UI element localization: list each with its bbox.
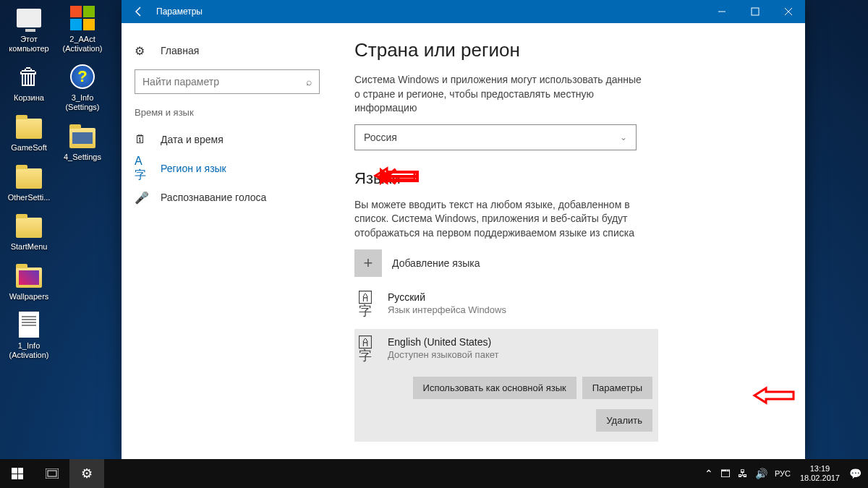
desktop-icon[interactable]: Этот компьютер (3, 4, 55, 53)
language-item-english-selected: 🄰字 English (United States) Доступен язык… (354, 329, 658, 442)
sidebar-item[interactable]: A字Регион и язык (122, 154, 333, 183)
task-view-button[interactable] (35, 459, 69, 488)
content-panel: Страна или регион Система Windows и прил… (333, 23, 805, 460)
desktop-icon[interactable]: 4_Settings (56, 122, 109, 162)
language-sub: Язык интерфейса Windows (388, 304, 506, 315)
add-language-label: Добавление языка (392, 257, 480, 269)
sidebar-item-icon: A字 (135, 155, 150, 183)
sidebar-item-icon: 🎤 (135, 191, 150, 205)
maximize-button[interactable] (739, 0, 772, 23)
language-item-english[interactable]: 🄰字 English (United States) Доступен язык… (354, 329, 658, 369)
desktop-icon[interactable]: GameSoft (3, 113, 55, 153)
back-button[interactable] (122, 0, 156, 23)
region-description: Система Windows и приложения могут испол… (354, 73, 644, 116)
desktop-icon[interactable]: OtherSetti... (3, 163, 55, 202)
desktop-icon-label: GameSoft (3, 143, 55, 153)
tray-time: 13:19 (810, 464, 830, 474)
sidebar-item-label: Регион и язык (161, 163, 226, 174)
window-title: Параметры (156, 7, 203, 17)
sidebar-item[interactable]: 🎤Распознавание голоса (122, 183, 333, 212)
taskbar: ⚙ ⌃ 🗔 🖧 🔊 РУС 13:19 18.02.2017 💬 (0, 459, 868, 488)
sidebar-item[interactable]: 🗓Дата и время (122, 125, 333, 154)
close-button[interactable] (772, 0, 805, 23)
tray-network-icon[interactable]: 🖧 (738, 468, 748, 479)
gear-icon: ⚙ (135, 44, 150, 58)
svg-rect-6 (48, 471, 56, 476)
sidebar-category: Время и язык (122, 104, 333, 125)
search-box[interactable]: ⌕ (135, 69, 320, 94)
search-icon: ⌕ (306, 76, 312, 87)
desktop-icon-label: 3_Info (Settings) (56, 93, 109, 111)
settings-window: Параметры ⚙ Главная ⌕ Время и язык 🗓Дата… (122, 0, 805, 460)
sidebar-item-icon: 🗓 (135, 133, 150, 146)
language-icon: 🄰字 (359, 336, 380, 362)
desktop-icon[interactable]: Wallpapers (3, 262, 55, 301)
desktop-icon[interactable]: 1_Info (Activation) (3, 311, 55, 359)
add-language[interactable]: + Добавление языка (354, 249, 783, 277)
language-name: Русский (388, 291, 506, 303)
taskbar-app-settings[interactable]: ⚙ (69, 459, 104, 488)
desktop-icon-label: Этот компьютер (3, 35, 55, 53)
desktop-icon-label: 2_AAct (Activation) (56, 35, 109, 53)
sidebar: ⚙ Главная ⌕ Время и язык 🗓Дата и времяA字… (122, 23, 333, 460)
sidebar-home-label: Главная (161, 45, 199, 56)
system-tray: ⌃ 🗔 🖧 🔊 РУС 13:19 18.02.2017 💬 (701, 464, 868, 483)
desktop-icon-label: OtherSetti... (3, 193, 55, 202)
remove-button[interactable]: Удалить (596, 409, 652, 432)
desktop-icon-label: StartMenu (3, 242, 55, 252)
language-item-russian[interactable]: 🄰字 Русский Язык интерфейса Windows (354, 284, 658, 325)
heading-languages: Языки (354, 169, 783, 188)
region-dropdown[interactable]: Россия ⌄ (354, 124, 637, 150)
desktop-icon-label: 1_Info (Activation) (3, 341, 55, 359)
desktop-icon[interactable]: ?3_Info (Settings) (56, 63, 109, 111)
languages-description: Вы можете вводить текст на любом языке, … (354, 198, 644, 241)
plus-icon: + (354, 249, 382, 277)
desktop-icon[interactable]: 🗑Корзина (3, 63, 55, 103)
set-default-button[interactable]: Использовать как основной язык (413, 377, 576, 399)
language-icon: 🄰字 (359, 291, 380, 317)
start-button[interactable] (0, 459, 35, 488)
sidebar-item-label: Дата и время (161, 134, 224, 145)
sidebar-item-label: Распознавание голоса (161, 192, 266, 203)
tray-chevron-icon[interactable]: ⌃ (705, 468, 713, 479)
search-input[interactable] (142, 76, 306, 87)
tray-date: 18.02.2017 (800, 474, 840, 483)
language-name: English (United States) (388, 336, 498, 348)
sidebar-home[interactable]: ⚙ Главная (122, 36, 333, 65)
desktop-icon[interactable]: 2_AAct (Activation) (56, 4, 109, 53)
tray-volume-icon[interactable]: 🔊 (755, 468, 767, 479)
options-button[interactable]: Параметры (582, 377, 652, 399)
desktop-icon-label: Корзина (3, 93, 55, 103)
tray-language[interactable]: РУС (775, 469, 791, 478)
region-value: Россия (364, 132, 397, 143)
tray-clock[interactable]: 13:19 18.02.2017 (794, 464, 846, 483)
desktop-icon[interactable]: StartMenu (3, 212, 55, 252)
titlebar: Параметры (122, 0, 805, 23)
chevron-down-icon: ⌄ (620, 132, 627, 142)
heading-region: Страна или регион (354, 39, 783, 61)
desktop-icon-label: 4_Settings (56, 153, 109, 162)
svg-rect-1 (752, 8, 759, 15)
tray-notifications-icon[interactable]: 💬 (849, 468, 861, 479)
desktop-icon-label: Wallpapers (3, 292, 55, 301)
minimize-button[interactable] (705, 0, 739, 23)
language-sub: Доступен языковой пакет (388, 349, 498, 360)
tray-battery-icon[interactable]: 🗔 (720, 468, 731, 479)
